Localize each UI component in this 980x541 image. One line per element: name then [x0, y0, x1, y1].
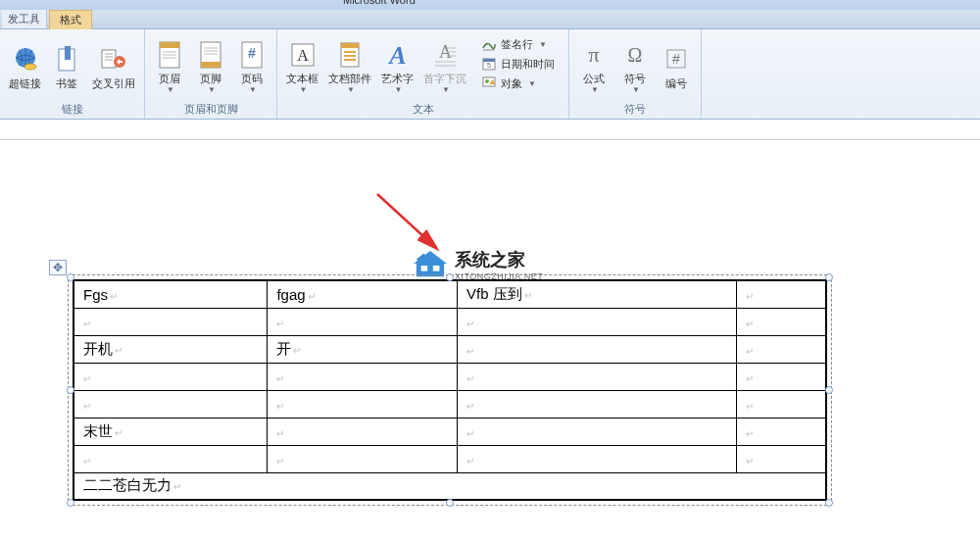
- resize-handle-br[interactable]: [825, 499, 833, 507]
- dropcap-button[interactable]: A 首字下沉 ▼: [420, 33, 469, 100]
- house-logo-icon: [412, 249, 449, 280]
- number-button[interactable]: # 编号: [658, 33, 695, 100]
- table-cell[interactable]: ↵: [458, 363, 737, 390]
- table-row[interactable]: Fgs↵fgag↵Vfb 压到↵↵: [74, 280, 826, 308]
- table-cell[interactable]: ↵: [458, 390, 737, 418]
- pi-icon: π: [578, 39, 610, 71]
- svg-text:π: π: [588, 42, 599, 67]
- ribbon-group-symbols: π 公式 ▼ Ω 符号 ▼ # 编号 符号: [569, 29, 702, 119]
- textbox-button[interactable]: A 文本框 ▼: [283, 33, 321, 100]
- svg-rect-11: [160, 42, 179, 48]
- table-cell[interactable]: ↵: [268, 445, 458, 472]
- svg-text:#: #: [248, 45, 256, 61]
- textbox-a-icon: A: [287, 39, 318, 71]
- table-row-merged[interactable]: 二二苍白无力↵: [74, 472, 826, 500]
- table-cell[interactable]: ↵: [74, 363, 268, 390]
- symbol-button[interactable]: Ω 符号 ▼: [616, 33, 654, 100]
- svg-rect-51: [433, 266, 440, 271]
- svg-rect-5: [102, 50, 116, 68]
- signature-icon: [481, 36, 497, 52]
- chevron-down-icon: ▼: [632, 85, 640, 94]
- table-cell[interactable]: ↵: [458, 445, 737, 472]
- chevron-down-icon: ▼: [591, 85, 599, 94]
- chevron-down-icon: ▼: [208, 85, 216, 94]
- resize-handle-bl[interactable]: [67, 499, 74, 507]
- table-row[interactable]: ↵↵↵↵: [74, 363, 826, 390]
- table-cell[interactable]: 末世↵: [74, 418, 268, 445]
- header-page-icon: [154, 39, 185, 71]
- table-row[interactable]: ↵↵↵↵: [74, 308, 826, 335]
- cross-reference-button[interactable]: 交叉引用: [89, 33, 138, 100]
- footer-button[interactable]: 页脚 ▼: [192, 33, 229, 100]
- table-cell[interactable]: ↵: [74, 390, 268, 418]
- ribbon-group-label: 页眉和页脚: [151, 100, 270, 117]
- table-row[interactable]: ↵↵↵↵: [74, 390, 826, 418]
- table-cell[interactable]: ↵: [737, 363, 826, 390]
- watermark-logo: 系统之家 XITONGZHIJIA.NET: [412, 248, 543, 281]
- svg-point-41: [485, 79, 489, 83]
- table-row[interactable]: 末世↵↵↵↵: [74, 418, 826, 445]
- tab-format[interactable]: 格式: [49, 10, 92, 29]
- ribbon-tabs: 发工具 格式: [0, 10, 980, 29]
- datetime-button[interactable]: 5 日期和时间: [479, 55, 557, 73]
- chevron-down-icon: ▼: [347, 85, 355, 94]
- globe-link-icon: [10, 44, 41, 75]
- table-cell[interactable]: ↵: [737, 390, 826, 418]
- table-row[interactable]: 开机↵开↵↵↵: [74, 335, 826, 363]
- bookmark-button[interactable]: 书签: [48, 33, 85, 100]
- table-cell[interactable]: ↵: [268, 363, 458, 390]
- document-table[interactable]: Fgs↵fgag↵Vfb 压到↵↵↵↵↵↵开机↵开↵↵↵↵↵↵↵↵↵↵↵末世↵↵…: [73, 279, 827, 501]
- svg-text:Ω: Ω: [628, 44, 643, 66]
- table-move-handle[interactable]: [49, 260, 67, 275]
- table-cell[interactable]: ↵: [737, 445, 826, 472]
- table-cell[interactable]: fgag↵: [268, 280, 458, 308]
- table-cell[interactable]: ↵: [74, 445, 268, 472]
- table-cell[interactable]: ↵: [458, 308, 737, 335]
- table-cell[interactable]: ↵: [737, 418, 826, 445]
- table-cell[interactable]: Fgs↵: [74, 280, 268, 308]
- table-cell[interactable]: ↵: [268, 390, 458, 418]
- chevron-down-icon: ▼: [528, 79, 536, 88]
- table-cell[interactable]: 二二苍白无力↵: [74, 472, 826, 500]
- svg-point-1: [24, 64, 36, 70]
- doc-parts-icon: [334, 39, 366, 71]
- chevron-down-icon: ▼: [300, 85, 308, 94]
- table-cell[interactable]: 开↵: [268, 335, 458, 363]
- table-cell[interactable]: ↵: [268, 418, 458, 445]
- object-button[interactable]: 对象 ▼: [479, 74, 557, 92]
- table-cell[interactable]: ↵: [737, 308, 826, 335]
- doc-parts-button[interactable]: 文档部件 ▼: [325, 33, 374, 100]
- table-cell[interactable]: 开机↵: [74, 335, 268, 363]
- table-cell[interactable]: ↵: [74, 308, 268, 335]
- resize-handle-tr[interactable]: [825, 273, 833, 281]
- signature-line-button[interactable]: 签名行 ▼: [479, 35, 557, 53]
- watermark-title: 系统之家: [455, 248, 543, 271]
- table-cell[interactable]: ↵: [737, 280, 826, 308]
- table-cell[interactable]: ↵: [737, 335, 826, 363]
- table-cell[interactable]: ↵: [458, 335, 737, 363]
- table-cell[interactable]: Vfb 压到↵: [458, 280, 737, 308]
- svg-text:A: A: [297, 47, 309, 64]
- document-canvas[interactable]: 系统之家 XITONGZHIJIA.NET Fgs↵fgag↵Vfb 压到↵↵↵…: [0, 139, 980, 541]
- wordart-button[interactable]: A 艺术字 ▼: [378, 33, 416, 100]
- tab-dev-tools[interactable]: 发工具: [2, 10, 47, 28]
- header-button[interactable]: 页眉 ▼: [151, 33, 188, 100]
- ribbon-group-label: 链接: [6, 100, 138, 117]
- resize-handle-mr[interactable]: [825, 386, 833, 394]
- ribbon-group-headerfooter: 页眉 ▼ 页脚 ▼ # 页码 ▼ 页眉和页脚: [145, 29, 277, 119]
- equation-button[interactable]: π 公式 ▼: [575, 33, 612, 100]
- window-title: Microsoft Word: [343, 0, 416, 6]
- resize-handle-bm[interactable]: [446, 499, 454, 507]
- cross-ref-icon: [98, 44, 129, 75]
- page-number-icon: #: [236, 39, 268, 71]
- svg-rect-50: [421, 266, 428, 271]
- table-cell[interactable]: ↵: [268, 308, 458, 335]
- table-selection-frame[interactable]: Fgs↵fgag↵Vfb 压到↵↵↵↵↵↵开机↵开↵↵↵↵↵↵↵↵↵↵↵末世↵↵…: [73, 279, 827, 501]
- footer-page-icon: [195, 39, 226, 71]
- ribbon-group-text: A 文本框 ▼ 文档部件 ▼ A 艺术字 ▼ A: [277, 29, 569, 119]
- table-row[interactable]: ↵↵↵↵: [74, 445, 826, 472]
- svg-text:5: 5: [487, 62, 491, 69]
- hyperlink-button[interactable]: 超链接: [6, 33, 44, 100]
- page-number-button[interactable]: # 页码 ▼: [233, 33, 270, 100]
- table-cell[interactable]: ↵: [458, 418, 737, 445]
